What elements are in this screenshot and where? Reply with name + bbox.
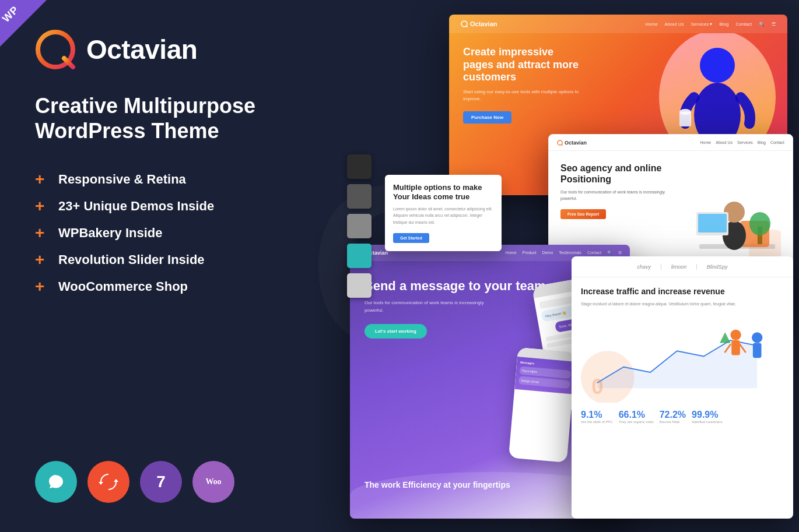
swatch-dark-gray	[347, 184, 372, 209]
options-card: Multiple options to make Your Ideas come…	[385, 175, 502, 251]
s4-main-title: Increase traffic and increase revenue	[581, 287, 784, 296]
plus-icon-5: +	[35, 279, 47, 295]
brand-blindspy: BlindSpy	[707, 264, 728, 270]
plus-icon-1: +	[35, 171, 47, 188]
plugin-badges: 7 Woo	[35, 461, 292, 503]
svg-line-3	[466, 26, 468, 27]
feature-item-3: + WPBakery Inside	[35, 225, 292, 241]
swatch-teal	[347, 244, 372, 268]
swatch-black	[347, 154, 372, 179]
s2-navbar: Octavian Home About Us Services Blog Con…	[549, 135, 793, 151]
feature-item-5: + WooCommerce Shop	[35, 279, 292, 295]
options-text: Lorem ipsum dolor sit amet, consectetur …	[393, 206, 493, 226]
s2-logo: Octavian	[557, 140, 587, 146]
feature-list: + Responsive & Retina + 23+ Unique Demos…	[35, 171, 292, 295]
s3-hero-subtitle: Our tools for communication of work team…	[365, 300, 493, 315]
sync-badge[interactable]	[87, 461, 129, 503]
svg-point-23	[730, 330, 741, 340]
feature-label-1: Responsive & Retina	[58, 172, 186, 187]
svg-point-7	[679, 109, 691, 115]
chat-badge[interactable]	[35, 461, 77, 503]
svg-point-27	[752, 332, 762, 343]
svg-text:0: 0	[591, 375, 603, 399]
plus-icon-3: +	[35, 225, 47, 241]
s1-nav-links: Home About Us Services ▾ Blog Contact 🔍 …	[645, 22, 776, 27]
seven-badge[interactable]: 7	[140, 461, 182, 503]
s2-hero-title: Seo agency and online Positioning	[560, 163, 679, 185]
brand-limoon: limoon	[671, 264, 687, 270]
stat-3-value: 72.2%	[660, 410, 686, 420]
traffic-illustration-svg: 0	[581, 315, 784, 403]
s4-desc: Stage incidunt ut labore et dolore magna…	[581, 301, 784, 307]
stat-1-value: 9.1%	[581, 410, 613, 420]
right-panel: Octavian Home About Us Services ▾ Blog C…	[315, 0, 799, 532]
s2-cta-button[interactable]: Free Seo Report	[560, 209, 606, 219]
color-swatches	[347, 154, 372, 298]
left-panel: Octavian Creative Multipurpose WordPress…	[0, 0, 327, 532]
stat-2-label: They are organic visits	[619, 420, 654, 425]
octavian-logo-icon	[35, 29, 76, 70]
feature-item-4: + Revolution Slider Inside	[35, 252, 292, 268]
wp-badge-text: WP	[0, 3, 22, 25]
swatch-gray	[347, 214, 372, 238]
seven-label: 7	[156, 473, 166, 491]
stat-2: 66.1% They are organic visits	[619, 410, 654, 425]
svg-rect-24	[731, 340, 740, 355]
swatch-light-gray	[347, 273, 372, 298]
stat-4-value: 99.9%	[692, 410, 722, 420]
s4-content: Increase traffic and increase revenue St…	[572, 277, 793, 441]
s1-hero-subtitle: Start using our easy-to-use tools with m…	[463, 89, 580, 103]
feature-label-2: 23+ Unique Demos Inside	[58, 199, 214, 214]
svg-point-8	[558, 140, 562, 145]
s4-illustration: 0	[581, 315, 784, 403]
tagline: Creative Multipurpose WordPress Theme	[35, 93, 292, 143]
s3-nav-links: Home Product Demo Testimonials Contact 🔍…	[506, 251, 622, 255]
woo-badge[interactable]: Woo	[192, 461, 234, 503]
brand-chavy: chavy	[637, 264, 651, 270]
s2-hero-subtitle: Our tools for communication of work team…	[560, 189, 679, 202]
logo-name: Octavian	[86, 34, 197, 65]
stat-4: 99.9% Satisfied customers	[692, 410, 722, 425]
feature-item-2: + 23+ Unique Demos Inside	[35, 198, 292, 214]
stat-1-label: Are the skills of PPC	[581, 420, 613, 425]
s1-hero-text: Create impressive pages and attract more…	[463, 46, 580, 124]
s2-hero-text: Seo agency and online Positioning Our to…	[560, 163, 679, 219]
plus-icon-4: +	[35, 252, 47, 268]
tagline-line2: WordPress Theme	[35, 118, 292, 143]
s4-stats: 9.1% Are the skills of PPC 66.1% They ar…	[581, 403, 784, 432]
s1-navbar: Octavian Home About Us Services ▾ Blog C…	[449, 15, 787, 33]
feature-label-4: Revolution Slider Inside	[58, 252, 205, 267]
svg-rect-15	[698, 214, 727, 232]
feature-item-1: + Responsive & Retina	[35, 171, 292, 188]
logo-area: Octavian	[35, 29, 292, 70]
feature-label-3: WPBakery Inside	[58, 226, 163, 241]
tagline-line1: Creative Multipurpose	[35, 93, 292, 118]
s3-bottom-text: The work Efficiency at your fingertips	[365, 480, 542, 489]
svg-rect-28	[753, 343, 762, 358]
svg-point-4	[700, 48, 735, 83]
stat-3: 72.2% Bounce Rate	[660, 410, 686, 425]
s3-cta-button[interactable]: Let's start working	[365, 324, 427, 339]
plus-icon-2: +	[35, 198, 47, 214]
feature-label-5: WooCommerce Shop	[58, 279, 188, 294]
s1-logo: Octavian	[461, 20, 497, 27]
s1-cta-button[interactable]: Purchase Now	[463, 111, 511, 124]
screenshot-4: chavy | limoon | BlindSpy Increase traff…	[572, 256, 793, 519]
phone-mockup-2: Messages Team Alpha Design Group	[509, 347, 576, 463]
woo-label: Woo	[205, 477, 221, 487]
s2-nav-links: Home About Us Services Blog Contact	[700, 140, 784, 145]
stat-1: 9.1% Are the skills of PPC	[581, 410, 613, 425]
options-title: Multiple options to make Your Ideas come…	[393, 183, 493, 201]
svg-line-9	[562, 145, 563, 146]
s3-bottom-title: The work Efficiency at your fingertips	[365, 480, 542, 489]
options-button[interactable]: Get Started	[393, 233, 429, 243]
stat-2-value: 66.1%	[619, 410, 654, 420]
s1-hero-title: Create impressive pages and attract more…	[463, 46, 580, 84]
stat-3-label: Bounce Rate	[660, 420, 686, 425]
s4-brands: chavy | limoon | BlindSpy	[572, 256, 793, 277]
svg-marker-29	[720, 332, 730, 343]
stat-4-label: Satisfied customers	[692, 420, 722, 425]
